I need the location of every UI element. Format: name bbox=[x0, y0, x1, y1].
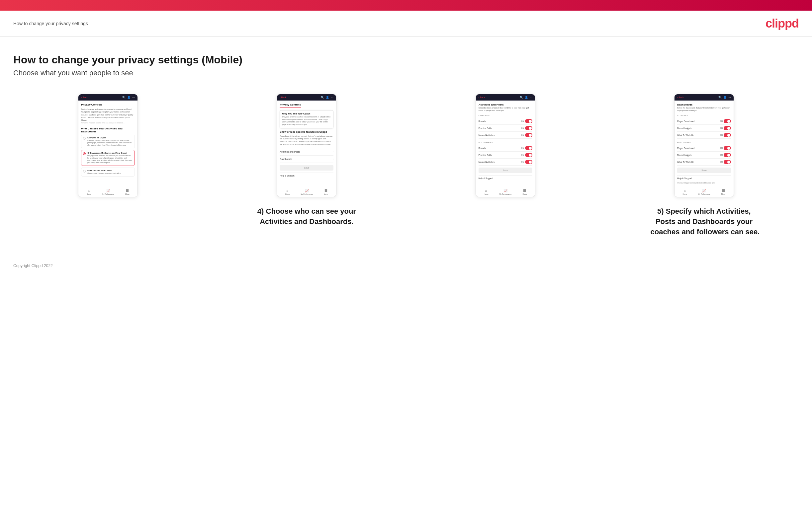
privacy-controls-desc: Control how you and your data appears to… bbox=[81, 108, 135, 124]
option-followers-desc: Only approved followers and coaches you … bbox=[87, 155, 133, 164]
search-icon-3[interactable]: 🔍 bbox=[520, 96, 523, 99]
followers-manual-toggle[interactable] bbox=[525, 160, 532, 164]
more-icon-3[interactable]: ⋯ bbox=[530, 96, 532, 99]
option-followers[interactable]: Only Approved Followers and Your Coach O… bbox=[81, 150, 135, 166]
home-icon-2: ⌂ bbox=[287, 189, 289, 192]
followers-what-to-work-label: What To Work On bbox=[677, 161, 694, 163]
menu-icon-4: ☰ bbox=[722, 189, 725, 192]
feature-title: Show or hide specific features in Clippd bbox=[280, 130, 334, 133]
menu-btn-3[interactable]: ☰ Menu bbox=[523, 189, 527, 195]
my-performance-btn-2[interactable]: 📈 My Performance bbox=[301, 189, 313, 195]
followers-round-insights-toggle[interactable] bbox=[724, 153, 731, 157]
breadcrumb: How to change your privacy settings bbox=[13, 21, 88, 26]
menu-icon-2: ☰ bbox=[324, 189, 327, 192]
who-can-see-title: Who Can See Your Activities and Dashboar… bbox=[81, 127, 135, 133]
menu-btn-4[interactable]: ☰ Menu bbox=[721, 189, 726, 195]
home-icon-4: ⌂ bbox=[684, 189, 686, 192]
back-button-1[interactable]: ‹ Back bbox=[81, 96, 88, 99]
help-support-2[interactable]: Help & Support bbox=[280, 173, 334, 178]
activities-posts-label: Activities and Posts bbox=[280, 151, 300, 153]
menu-btn-2[interactable]: ☰ Menu bbox=[324, 189, 328, 195]
back-button-2[interactable]: ‹ Back bbox=[280, 96, 286, 99]
coaches-player-dashboard-toggle[interactable] bbox=[724, 119, 731, 123]
help-desc-4: Visit our Clippd community to troublesho… bbox=[677, 182, 731, 184]
coaches-category-4: COACHES bbox=[677, 114, 731, 116]
followers-practice-toggle[interactable] bbox=[525, 153, 532, 157]
phone-bottom-2: ⌂ Home 📈 My Performance ☰ Menu bbox=[277, 187, 336, 197]
home-btn-1[interactable]: ⌂ Home bbox=[87, 189, 91, 195]
page-title: How to change your privacy settings (Mob… bbox=[13, 54, 799, 66]
search-icon-4[interactable]: 🔍 bbox=[718, 96, 722, 99]
home-btn-3[interactable]: ⌂ Home bbox=[484, 189, 488, 195]
home-label-2: Home bbox=[285, 193, 290, 195]
followers-round-insights-row: Round Insights ON bbox=[677, 152, 731, 159]
coaches-what-to-work-label: What To Work On bbox=[677, 134, 694, 136]
phone-4: ‹ Back 🔍 👤 ⋯ Dashboards Select the dashb… bbox=[674, 94, 734, 197]
more-icon-2[interactable]: ⋯ bbox=[331, 96, 334, 99]
home-label-3: Home bbox=[484, 193, 488, 195]
coaches-player-dashboard-label: Player Dashboard bbox=[677, 120, 695, 122]
back-button-3[interactable]: ‹ Back bbox=[478, 96, 485, 99]
popup-desc: Only you and the coaches you connect wit… bbox=[282, 116, 331, 126]
menu-btn-1[interactable]: ☰ Menu bbox=[125, 189, 130, 195]
person-icon-2[interactable]: 👤 bbox=[326, 96, 329, 99]
coaches-practice-toggle[interactable] bbox=[525, 126, 532, 130]
save-button-4[interactable]: Save bbox=[677, 168, 731, 173]
search-icon[interactable]: 🔍 bbox=[122, 96, 125, 99]
main-content: How to change your privacy settings (Mob… bbox=[0, 37, 812, 257]
my-performance-label-3: My Performance bbox=[500, 193, 512, 195]
save-button-2[interactable]: Save bbox=[280, 165, 334, 171]
page-subtitle: Choose what you want people to see bbox=[13, 69, 799, 77]
coaches-manual-toggle[interactable] bbox=[525, 133, 532, 137]
coaches-what-to-work-toggle[interactable] bbox=[724, 133, 731, 137]
activities-posts-menu-item[interactable]: Activities and Posts › bbox=[280, 148, 334, 156]
dashboards-menu-item[interactable]: Dashboards › bbox=[280, 156, 334, 163]
my-performance-btn-3[interactable]: 📈 My Performance bbox=[500, 189, 512, 195]
coaches-round-insights-label: Round Insights bbox=[677, 127, 692, 129]
followers-what-to-work-toggle[interactable] bbox=[724, 160, 731, 164]
followers-manual-row: Manual Activities ON bbox=[478, 159, 532, 166]
my-performance-btn-1[interactable]: 📈 My Performance bbox=[102, 189, 114, 195]
home-icon-1: ⌂ bbox=[88, 189, 90, 192]
phone-body-1: Privacy Controls Control how you and you… bbox=[79, 101, 138, 187]
home-btn-2[interactable]: ⌂ Home bbox=[285, 189, 290, 195]
coaches-manual-row: Manual Activities ON bbox=[478, 132, 532, 139]
my-performance-btn-4[interactable]: 📈 My Performance bbox=[698, 189, 710, 195]
back-button-4[interactable]: ‹ Back bbox=[677, 96, 684, 99]
search-icon-2[interactable]: 🔍 bbox=[321, 96, 324, 99]
coaches-round-insights-toggle[interactable] bbox=[724, 126, 731, 130]
menu-icon-3: ☰ bbox=[523, 189, 526, 192]
help-support-4[interactable]: Help & Support bbox=[677, 175, 731, 181]
more-icon[interactable]: ⋯ bbox=[132, 96, 135, 99]
phone-1: ‹ Back 🔍 👤 ⋯ Privacy Controls Control ho… bbox=[78, 94, 138, 197]
option-everyone-desc: Everyone on Clippd can search for you an… bbox=[87, 139, 133, 146]
phone-bottom-3: ⌂ Home 📈 My Performance ☰ Menu bbox=[476, 187, 535, 197]
option-everyone[interactable]: Everyone on Clippd Everyone on Clippd ca… bbox=[81, 135, 135, 148]
followers-what-to-work-row: What To Work On ON bbox=[677, 159, 731, 166]
option-everyone-label: Everyone on Clippd bbox=[87, 137, 133, 139]
help-support-3[interactable]: Help & Support bbox=[478, 175, 532, 181]
header: How to change your privacy settings clip… bbox=[0, 11, 812, 37]
dashboards-label: Dashboards bbox=[280, 158, 292, 160]
followers-player-dashboard-row: Player Dashboard ON bbox=[677, 145, 731, 152]
home-btn-4[interactable]: ⌂ Home bbox=[682, 189, 687, 195]
followers-rounds-toggle[interactable] bbox=[525, 146, 532, 150]
coaches-rounds-toggle[interactable] bbox=[525, 119, 532, 123]
activities-posts-desc: Select the types of activity that you'd … bbox=[478, 107, 532, 112]
person-icon-3[interactable]: 👤 bbox=[525, 96, 528, 99]
phone-2: ‹ Back 🔍 👤 ⋯ Privacy Controls Only You a… bbox=[276, 94, 337, 197]
person-icon[interactable]: 👤 bbox=[127, 96, 131, 99]
followers-player-dashboard-toggle[interactable] bbox=[724, 146, 731, 150]
dashboards-desc: Select the dashboards that you'd like to… bbox=[677, 107, 731, 112]
more-icon-4[interactable]: ⋯ bbox=[728, 96, 731, 99]
followers-rounds-row: Rounds ON bbox=[478, 145, 532, 152]
privacy-controls-tab[interactable]: Privacy Controls bbox=[280, 103, 301, 108]
dashboards-title: Dashboards bbox=[677, 103, 731, 106]
save-button-3[interactable]: Save bbox=[478, 168, 532, 173]
option-coach-only[interactable]: Only You and Your Coach Only you and the… bbox=[81, 168, 135, 176]
nav-icons-4: 🔍 👤 ⋯ bbox=[718, 96, 731, 99]
person-icon-4[interactable]: 👤 bbox=[723, 96, 727, 99]
chart-icon-2: 📈 bbox=[305, 189, 309, 192]
coaches-rounds-label: Rounds bbox=[478, 120, 486, 122]
radio-everyone bbox=[83, 137, 86, 140]
